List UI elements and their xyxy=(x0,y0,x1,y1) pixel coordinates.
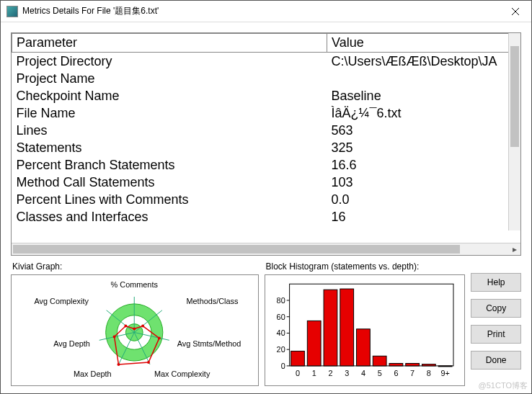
print-button[interactable]: Print xyxy=(471,325,521,344)
histogram-bar xyxy=(422,364,435,366)
param-cell: Percent Branch Statements xyxy=(12,156,327,174)
svg-point-18 xyxy=(113,335,116,338)
svg-text:6: 6 xyxy=(394,369,398,377)
histogram-bar xyxy=(307,321,321,366)
col-header-parameter[interactable]: Parameter xyxy=(12,34,327,53)
histogram-bar xyxy=(324,290,337,366)
vertical-scrollbar[interactable] xyxy=(508,33,520,230)
svg-text:5: 5 xyxy=(377,369,381,377)
value-cell: Baseline xyxy=(327,87,520,104)
svg-point-17 xyxy=(118,363,120,366)
window-title: Metrics Details For File '题目集6.txt' xyxy=(22,5,499,17)
svg-text:80: 80 xyxy=(276,296,285,305)
table-row[interactable]: Checkpoint NameBaseline xyxy=(12,87,520,104)
table-row[interactable]: Project DirectoryC:\Users\ÆßÆß\Desktop\J… xyxy=(12,53,520,71)
svg-text:8: 8 xyxy=(426,369,430,377)
histogram-chart: 0204060800123456789+ xyxy=(265,275,465,385)
value-cell: 16 xyxy=(327,208,520,225)
close-icon xyxy=(512,8,519,15)
metrics-table: Parameter Value Project DirectoryC:\User… xyxy=(12,33,520,225)
histogram-bar xyxy=(356,329,370,366)
value-cell xyxy=(327,70,520,87)
metrics-table-wrap: Parameter Value Project DirectoryC:\User… xyxy=(12,33,520,243)
param-cell: Percent Lines with Comments xyxy=(12,191,327,208)
close-button[interactable] xyxy=(499,1,531,22)
kiviat-label-methods-class: Methods/Class xyxy=(187,297,239,305)
value-cell: 0.0 xyxy=(327,191,520,208)
svg-point-19 xyxy=(124,325,127,328)
kiviat-panel: Kiviat Graph: xyxy=(11,260,259,386)
svg-text:3: 3 xyxy=(345,369,349,377)
value-cell: 103 xyxy=(327,174,520,191)
app-icon xyxy=(6,6,18,17)
histogram-bar xyxy=(389,364,403,366)
param-cell: Project Name xyxy=(12,70,327,87)
param-cell: Project Directory xyxy=(12,53,327,71)
kiviat-label-avg-complexity: Avg Complexity xyxy=(35,297,89,305)
kiviat-chart: % Comments Methods/Class Avg Stmts/Metho… xyxy=(12,275,258,385)
svg-point-16 xyxy=(147,361,150,364)
value-cell: ÌâÄ¿¼¯6.txt xyxy=(327,104,520,122)
table-row[interactable]: Project Name xyxy=(12,70,520,87)
table-row[interactable]: Lines563 xyxy=(12,122,520,139)
histogram-bar xyxy=(373,356,386,366)
svg-point-13 xyxy=(133,328,136,331)
svg-text:4: 4 xyxy=(360,369,365,377)
param-cell: Classes and Interfaces xyxy=(12,208,327,225)
value-cell: 563 xyxy=(327,122,520,139)
table-row[interactable]: Percent Lines with Comments0.0 xyxy=(12,191,520,208)
param-cell: Statements xyxy=(12,139,327,156)
kiviat-label-avg-depth: Avg Depth xyxy=(53,339,90,348)
value-cell: C:\Users\ÆßÆß\Desktop\JA xyxy=(327,53,520,71)
histogram-panel: Block Histogram (statements vs. depth): … xyxy=(265,260,466,386)
horizontal-scroll-thumb[interactable] xyxy=(13,245,460,254)
svg-text:9+: 9+ xyxy=(440,369,449,377)
svg-text:1: 1 xyxy=(311,369,316,377)
metrics-table-frame: Parameter Value Project DirectoryC:\User… xyxy=(11,32,521,256)
histogram-bar xyxy=(438,366,452,367)
svg-text:0: 0 xyxy=(295,369,299,377)
table-row[interactable]: Method Call Statements103 xyxy=(12,174,520,191)
scroll-right-icon[interactable]: ▸ xyxy=(508,243,520,255)
kiviat-box: % Comments Methods/Class Avg Stmts/Metho… xyxy=(11,274,259,386)
histogram-bar xyxy=(340,289,353,366)
svg-text:0: 0 xyxy=(280,362,285,370)
svg-text:20: 20 xyxy=(276,345,285,354)
param-cell: Lines xyxy=(12,122,327,139)
histogram-bar xyxy=(291,351,304,365)
kiviat-title: Kiviat Graph: xyxy=(11,260,259,274)
kiviat-label-avg-stmts-method: Avg Stmts/Method xyxy=(177,339,241,348)
table-row[interactable]: Percent Branch Statements16.6 xyxy=(12,156,520,174)
svg-point-14 xyxy=(141,325,144,328)
client-area: Parameter Value Project DirectoryC:\User… xyxy=(1,22,531,393)
kiviat-label-max-complexity: Max Complexity xyxy=(154,370,210,378)
param-cell: File Name xyxy=(12,104,327,122)
param-cell: Checkpoint Name xyxy=(12,87,327,104)
svg-text:7: 7 xyxy=(410,369,414,377)
svg-point-15 xyxy=(158,336,161,339)
table-row[interactable]: Classes and Interfaces16 xyxy=(12,208,520,225)
table-row[interactable]: File NameÌâÄ¿¼¯6.txt xyxy=(12,104,520,122)
value-cell: 16.6 xyxy=(327,156,520,174)
kiviat-label-max-depth: Max Depth xyxy=(74,370,112,378)
table-row[interactable]: Statements325 xyxy=(12,139,520,156)
kiviat-label-pct-comments: % Comments xyxy=(111,280,159,289)
histogram-box: 0204060800123456789+ xyxy=(265,274,466,386)
histogram-bar xyxy=(405,364,419,366)
done-button[interactable]: Done xyxy=(471,351,521,370)
copy-button[interactable]: Copy xyxy=(471,299,521,318)
svg-text:40: 40 xyxy=(276,328,285,337)
value-cell: 325 xyxy=(327,139,520,156)
horizontal-scrollbar[interactable]: ▸ xyxy=(12,243,520,255)
col-header-value[interactable]: Value xyxy=(327,34,520,53)
titlebar: Metrics Details For File '题目集6.txt' xyxy=(1,1,531,22)
svg-text:2: 2 xyxy=(328,369,332,377)
help-button[interactable]: Help xyxy=(471,273,521,292)
vertical-scroll-thumb[interactable] xyxy=(510,46,519,147)
svg-text:60: 60 xyxy=(276,313,285,321)
histogram-title: Block Histogram (statements vs. depth): xyxy=(265,260,466,274)
button-column: Help Copy Print Done xyxy=(471,260,521,386)
param-cell: Method Call Statements xyxy=(12,174,327,191)
bottom-row: Kiviat Graph: xyxy=(11,260,521,386)
